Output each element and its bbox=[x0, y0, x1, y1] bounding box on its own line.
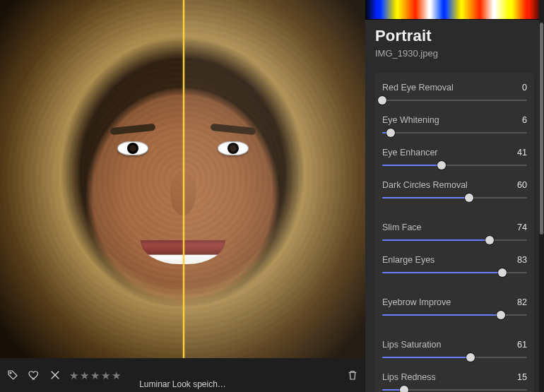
slider-track[interactable] bbox=[382, 193, 527, 203]
heart-icon[interactable] bbox=[27, 368, 41, 382]
slider-track[interactable] bbox=[382, 95, 527, 105]
slider-label: Lips Saturation bbox=[382, 340, 441, 350]
panel-header: Portrait IMG_1930.jpeg bbox=[365, 20, 544, 63]
slider-knob[interactable] bbox=[386, 129, 395, 137]
slider-rail bbox=[382, 132, 527, 133]
star-3[interactable]: ★ bbox=[90, 370, 100, 381]
slider-value: 82 bbox=[517, 297, 527, 307]
slider-group-gap bbox=[382, 326, 527, 335]
svg-point-0 bbox=[10, 372, 11, 374]
slider-value: 74 bbox=[517, 222, 527, 232]
panel-scrollbar[interactable] bbox=[539, 0, 544, 392]
histogram[interactable] bbox=[365, 0, 544, 20]
trash-icon[interactable] bbox=[345, 368, 360, 382]
slider-track[interactable] bbox=[382, 235, 527, 245]
slider-track[interactable] bbox=[382, 268, 527, 278]
preview-pane: ★ ★ ★ ★ ★ Luminar Look speich… bbox=[0, 0, 365, 392]
slider-knob[interactable] bbox=[466, 353, 475, 362]
slider-fill bbox=[382, 239, 490, 241]
slider-value: 6 bbox=[522, 115, 527, 125]
slider-label: Eye Enhancer bbox=[382, 148, 438, 158]
compare-split-handle[interactable] bbox=[183, 0, 184, 358]
slider-row: Red Eye Removal0 bbox=[382, 78, 527, 111]
slider-knob[interactable] bbox=[378, 96, 386, 105]
slider-row: Enlarge Eyes83 bbox=[382, 251, 527, 283]
slider-row: Lips Saturation61 bbox=[382, 335, 527, 368]
slider-track[interactable] bbox=[382, 385, 527, 392]
reject-x-button[interactable] bbox=[48, 368, 62, 382]
slider-row: Eye Enhancer41 bbox=[382, 143, 527, 176]
filename-label: IMG_1930.jpeg bbox=[375, 48, 534, 59]
scrollbar-thumb[interactable] bbox=[540, 23, 543, 234]
panel-title: Portrait bbox=[375, 27, 534, 45]
slider-label: Eyebrow Improve bbox=[382, 297, 451, 307]
slider-label: Eye Whitening bbox=[382, 115, 439, 125]
slider-fill bbox=[382, 165, 442, 166]
slider-row: Slim Face74 bbox=[382, 218, 527, 251]
slider-knob[interactable] bbox=[400, 386, 408, 392]
star-4[interactable]: ★ bbox=[101, 370, 110, 381]
image-compare-viewport[interactable] bbox=[0, 0, 365, 358]
slider-row: Dark Circles Removal60 bbox=[382, 176, 527, 208]
slider-label: Slim Face bbox=[382, 222, 422, 232]
star-1[interactable]: ★ bbox=[69, 370, 78, 381]
slider-track[interactable] bbox=[382, 352, 527, 362]
slider-fill bbox=[382, 314, 501, 316]
slider-knob[interactable] bbox=[485, 236, 494, 244]
slider-knob[interactable] bbox=[498, 268, 507, 277]
slider-list: Red Eye Removal0Eye Whitening6Eye Enhanc… bbox=[369, 70, 540, 392]
slider-value: 61 bbox=[517, 340, 527, 350]
slider-value: 0 bbox=[522, 83, 527, 93]
slider-track[interactable] bbox=[382, 160, 527, 170]
slider-label: Lips Redness bbox=[382, 372, 436, 382]
star-2[interactable]: ★ bbox=[80, 370, 89, 381]
slider-value: 83 bbox=[517, 255, 527, 265]
slider-fill bbox=[382, 357, 471, 358]
after-overlay bbox=[184, 0, 365, 358]
slider-row: Eyebrow Improve82 bbox=[382, 293, 527, 326]
slider-list-inner: Red Eye Removal0Eye Whitening6Eye Enhanc… bbox=[375, 73, 534, 392]
slider-group-gap bbox=[382, 208, 527, 218]
slider-track[interactable] bbox=[382, 310, 527, 320]
slider-value: 60 bbox=[517, 180, 527, 190]
slider-row: Eye Whitening6 bbox=[382, 111, 527, 143]
slider-group-gap bbox=[382, 283, 527, 293]
slider-value: 41 bbox=[517, 148, 527, 158]
slider-fill bbox=[382, 197, 469, 198]
slider-rail bbox=[382, 100, 527, 101]
slider-knob[interactable] bbox=[497, 311, 505, 319]
tag-icon[interactable] bbox=[6, 368, 20, 382]
star-5[interactable]: ★ bbox=[112, 370, 121, 381]
slider-fill bbox=[382, 272, 502, 273]
slider-label: Enlarge Eyes bbox=[382, 255, 434, 265]
eye-left bbox=[117, 141, 148, 155]
app-root: ★ ★ ★ ★ ★ Luminar Look speich… Portrait … bbox=[0, 0, 544, 392]
preview-bottom-bar: ★ ★ ★ ★ ★ Luminar Look speich… bbox=[0, 358, 365, 392]
save-look-label: Luminar Look speich… bbox=[139, 379, 226, 389]
slider-knob[interactable] bbox=[437, 161, 446, 170]
slider-row: Lips Redness15 bbox=[382, 368, 527, 392]
slider-knob[interactable] bbox=[465, 194, 473, 202]
save-look-button[interactable]: Luminar Look speich… bbox=[139, 379, 226, 389]
slider-label: Red Eye Removal bbox=[382, 83, 454, 93]
slider-value: 15 bbox=[517, 372, 527, 382]
adjustments-panel: Portrait IMG_1930.jpeg Red Eye Removal0E… bbox=[365, 0, 544, 392]
star-rating[interactable]: ★ ★ ★ ★ ★ bbox=[69, 370, 121, 381]
slider-label: Dark Circles Removal bbox=[382, 180, 468, 190]
slider-track[interactable] bbox=[382, 128, 527, 138]
